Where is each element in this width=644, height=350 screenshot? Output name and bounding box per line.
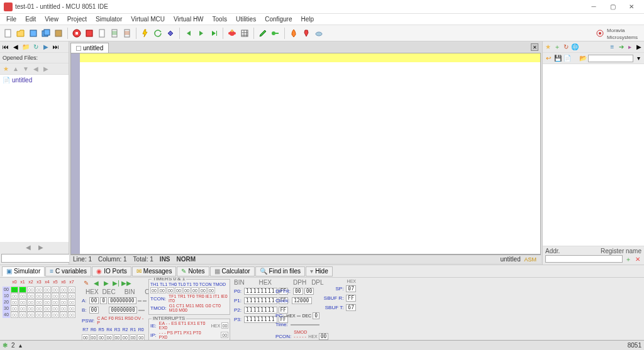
reg-cell[interactable]: 00 [35,312,43,318]
search-input[interactable] [1,254,75,263]
tab-findinfiles[interactable]: 🔍Find in files [255,266,306,276]
reg-cell[interactable]: 00 [19,312,26,318]
reg-cell[interactable]: 00 [19,305,26,312]
rp-add-icon[interactable]: ＋ [553,43,561,51]
reg-cell[interactable]: 00 [60,299,67,305]
reg-cell[interactable]: 00 [43,293,51,299]
add-reg-icon[interactable]: ＋ [624,255,632,263]
close-button[interactable]: ✕ [623,2,640,12]
reg-cell[interactable]: 00 [11,299,18,305]
menu-configure[interactable]: Configure [261,15,296,23]
reg-cell[interactable]: 00 [43,305,51,312]
reg-cell[interactable]: 00 [19,287,26,293]
reg-cell[interactable]: 00 [11,287,18,293]
rp-back-icon[interactable]: ↩ [544,54,552,62]
reg-cell[interactable]: 00 [68,287,75,293]
rp-page-icon[interactable]: 📄 [563,54,571,62]
reg-cell[interactable]: 00 [60,287,67,293]
reg-cell[interactable]: 00 [35,305,43,312]
rp-refresh-icon[interactable]: ↻ [562,43,570,51]
menu-project[interactable]: Project [64,15,91,23]
reg-cell[interactable]: 00 [52,312,59,318]
rp-next-icon[interactable]: ▶ [635,43,643,51]
tab-cvars[interactable]: ≡C variables [45,266,91,276]
reg-cell[interactable]: 00 [11,293,18,299]
menu-help[interactable]: Help [297,15,318,23]
tab-notes[interactable]: ✎Notes [177,266,209,276]
reg-cell[interactable]: 00 [11,312,18,318]
reg-cell[interactable]: 00 [27,293,35,299]
tab-messages[interactable]: ✉Messages [132,266,177,276]
list-item[interactable]: 📄untitled [1,76,67,84]
rp-disk-icon[interactable]: 💾 [553,54,562,62]
menu-tools[interactable]: Tools [209,15,231,23]
reg-cell[interactable]: 00 [68,305,75,312]
folder-icon[interactable]: 📁 [21,43,30,52]
menu-view[interactable]: View [41,15,62,23]
reg-cell[interactable]: 00 [11,305,18,312]
reg-cell[interactable]: 00 [27,299,35,305]
opened-files-list[interactable]: 📄untitled [0,75,69,242]
sim-play-icon[interactable]: ▶ [102,279,110,287]
reg-cell[interactable]: 00 [19,293,26,299]
rocket-icon[interactable] [288,28,299,39]
save-all-icon[interactable] [40,28,52,39]
connect-icon[interactable] [165,28,176,39]
breakpoint-icon[interactable] [226,28,238,39]
reg-cell[interactable]: 00 [19,299,26,305]
reg-cell[interactable]: 00 [43,312,51,318]
reg-cell[interactable]: 00 [43,287,51,293]
reg-cell[interactable]: 00 [68,293,75,299]
rp-flag-icon[interactable]: ▸ [626,43,634,51]
minimize-button[interactable]: ─ [585,2,602,12]
right-icon[interactable]: ▶ [42,65,50,74]
reg-cell[interactable]: 00 [35,287,43,293]
tab-hide[interactable]: ▾Hide [306,266,333,276]
doc-icon[interactable] [96,28,108,39]
reg-cell[interactable]: 00 [68,299,75,305]
close-all-tabs-icon[interactable]: ✕ [531,43,538,51]
nav-refresh-icon[interactable]: ↻ [31,43,40,52]
pager-next-icon[interactable]: ▶ [36,243,45,251]
open-folder-icon[interactable] [15,28,26,39]
pager-prev-icon[interactable]: ◀ [24,243,33,251]
stop-icon[interactable] [71,28,82,39]
sim-clean-icon[interactable]: ✎ [82,279,90,287]
tab-untitled[interactable]: untitled [70,43,109,53]
reg-cell[interactable]: 00 [27,312,35,318]
reg-cell[interactable]: 00 [35,293,43,299]
reset-icon[interactable] [84,28,95,39]
save-icon[interactable] [28,28,39,39]
menu-utilities[interactable]: Utilities [232,15,260,23]
status-dropdown[interactable]: ▴ [19,342,22,349]
sim-prev-icon[interactable]: ◀ [92,279,100,287]
flash-icon[interactable] [140,28,151,39]
edit-icon[interactable] [257,28,269,39]
new-file-icon[interactable] [3,28,14,39]
grid-icon[interactable] [239,28,250,39]
clean-icon[interactable] [301,28,312,39]
editor-textarea[interactable] [80,53,540,254]
addr-input[interactable] [545,255,623,263]
up-icon[interactable]: ▲ [11,65,20,74]
rp-go-icon[interactable]: ➔ [617,43,625,51]
build-icon[interactable] [121,28,133,39]
sim-next-icon[interactable]: ▶| [112,279,120,287]
down-icon[interactable]: ▼ [21,65,30,74]
reg-cell[interactable]: 00 [68,312,75,318]
tab-ioports[interactable]: ◉IO Ports [92,266,131,276]
reg-cell[interactable]: 00 [52,287,59,293]
rp-open-icon[interactable]: 📂 [579,54,587,62]
rp-dropdown-icon[interactable]: ▾ [635,54,643,62]
bug-icon[interactable]: ❃ [3,342,8,349]
nav-fwd-icon[interactable]: ▶ [42,43,50,52]
reg-cell[interactable]: 00 [35,299,43,305]
reg-cell[interactable]: 00 [27,287,35,293]
rp-globe-icon[interactable]: 🌐 [570,43,579,51]
rp-list-icon[interactable]: ≡ [608,43,616,51]
reg-cell[interactable]: 00 [52,299,59,305]
reg-cell[interactable]: 00 [27,305,35,312]
menu-edit[interactable]: Edit [21,15,40,23]
save-as-icon[interactable] [53,28,64,39]
goto-icon[interactable] [270,28,281,39]
